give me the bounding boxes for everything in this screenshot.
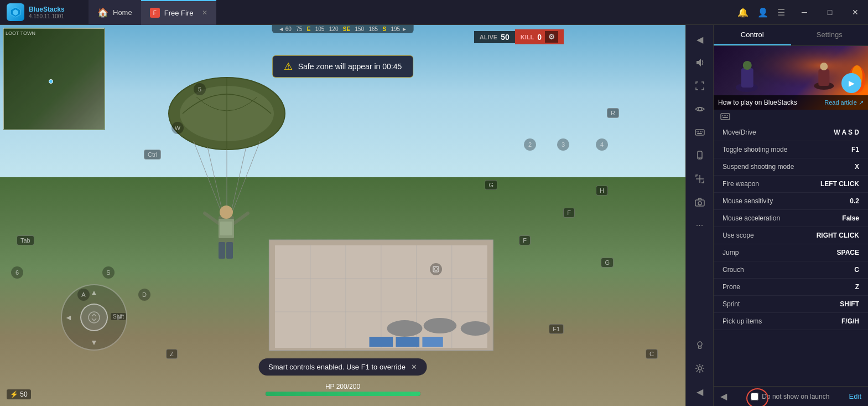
gear-icon[interactable] <box>690 358 710 378</box>
game-viewport[interactable]: LOOT TOWN ◄ 60 75 E 105 120 SE 150 165 S… <box>0 25 685 406</box>
svg-rect-14 <box>370 337 393 347</box>
joystick-inner <box>80 304 108 331</box>
menu-icon[interactable]: ☰ <box>777 7 785 18</box>
smart-controls-close[interactable]: ✕ <box>411 363 417 371</box>
video-play-button[interactable]: ▶ <box>841 73 861 93</box>
fullscreen-icon[interactable] <box>690 76 710 96</box>
alive-box: ALIVE 50 <box>474 31 515 43</box>
svg-marker-35 <box>697 59 701 66</box>
svg-rect-59 <box>721 114 730 120</box>
shortcut-key: Z <box>855 283 859 291</box>
tab-home-label: Home <box>113 8 132 17</box>
shortcut-key: F/G/H <box>841 317 859 325</box>
titlebar-icons: 🔔 👤 ☰ <box>731 7 792 18</box>
shortcut-row: Mouse accelerationFalse <box>714 210 868 227</box>
back-panel-icon[interactable]: ◀ <box>720 391 727 402</box>
account-icon[interactable]: 👤 <box>757 7 768 18</box>
alive-kill-display: ALIVE 50 KILL 0 ⚙ <box>474 29 564 44</box>
shortcut-row: Move/DriveW A S D <box>714 124 868 141</box>
shortcut-key: RIGHT CLICK <box>817 232 859 239</box>
shortcut-row: Mouse sensitivity0.2 <box>714 193 868 210</box>
screen-num-d: D <box>138 289 150 301</box>
shortcut-key: W A S D <box>834 129 859 136</box>
svg-line-28 <box>205 213 219 223</box>
hud-settings-icon[interactable]: ⚙ <box>545 31 558 43</box>
shortcut-name: Mouse acceleration <box>723 214 780 222</box>
warning-icon: ⚠ <box>284 60 293 73</box>
screen-num-6: 6 <box>11 266 23 279</box>
hp-bar-fill <box>266 392 420 396</box>
svg-point-56 <box>820 63 828 70</box>
shortcut-key: 0.2 <box>850 197 859 205</box>
camera-icon[interactable] <box>690 192 710 212</box>
dpad-up-icon: ▲ <box>90 288 98 297</box>
panel-tabs: Control Settings <box>714 25 868 46</box>
dpad-down-icon: ▼ <box>90 338 98 347</box>
shortcut-row: Suspend shooting modeX <box>714 158 868 176</box>
svg-point-47 <box>698 202 701 205</box>
more-options-icon[interactable]: ··· <box>690 215 710 235</box>
key-hint-h: H <box>596 186 608 196</box>
app-version: 4.150.11.1001 <box>29 13 65 19</box>
svg-rect-37 <box>695 130 704 135</box>
svg-point-53 <box>743 61 752 70</box>
svg-point-12 <box>424 318 457 333</box>
tab-settings[interactable]: Settings <box>791 25 869 45</box>
level-icon: ⚡ <box>10 390 18 398</box>
svg-point-45 <box>699 158 700 159</box>
resize-icon[interactable] <box>690 169 710 189</box>
shortcut-row: Pick up itemsF/G/H <box>714 313 868 330</box>
screen-num-4: 4 <box>596 138 608 151</box>
do-not-show-checkbox[interactable] <box>751 393 758 400</box>
key-hint-g2: G <box>601 258 614 268</box>
key-hint-c: C <box>646 349 658 359</box>
notification-icon[interactable]: 🔔 <box>737 7 749 18</box>
svg-point-36 <box>698 107 701 111</box>
bulb-icon[interactable] <box>690 335 710 355</box>
volume-icon[interactable] <box>690 53 710 73</box>
back-arrow-icon[interactable]: ◀ <box>690 382 710 402</box>
shortcut-key: SHIFT <box>840 300 859 308</box>
main-area: LOOT TOWN ◄ 60 75 E 105 120 SE 150 165 S… <box>0 25 868 406</box>
key-hint-z: Z <box>166 349 178 359</box>
level-value: 50 <box>20 390 27 398</box>
screen-num-s: S <box>102 266 115 279</box>
edit-button[interactable]: Edit <box>849 392 861 400</box>
key-hint-f1: F1 <box>549 324 564 334</box>
level-indicator: ⚡ 50 <box>7 389 31 399</box>
shortcut-name: Use scope <box>723 232 754 239</box>
svg-rect-43 <box>698 151 702 159</box>
svg-rect-31 <box>220 222 232 235</box>
svg-point-48 <box>698 342 702 346</box>
video-title-text: How to play on BlueStacks <box>718 99 797 106</box>
shortcut-key: False <box>842 214 859 222</box>
do-not-show-area: Do not show on launch <box>751 393 829 400</box>
phone-icon[interactable] <box>690 146 710 166</box>
smart-controls-banner: Smart controls enabled. Use F1 to overri… <box>258 358 427 376</box>
video-thumbnail[interactable]: ▶ How to play on BlueStacks Read article… <box>714 46 868 110</box>
svg-rect-55 <box>818 69 829 86</box>
shortcut-key: SPACE <box>837 249 859 256</box>
shortcuts-list: Move/DriveW A S DToggle shooting modeF1S… <box>714 124 868 386</box>
keyboard-shortcuts-icon <box>720 112 730 122</box>
close-button[interactable]: ✕ <box>843 0 868 25</box>
shortcut-key: LEFT CLICK <box>820 180 859 188</box>
hud-top: ◄ 60 75 E 105 120 SE 150 165 S 195 ► <box>0 25 685 48</box>
screen-num-a: A <box>77 289 90 301</box>
screen-num-3: 3 <box>557 138 569 151</box>
tab-home[interactable]: 🏠 Home <box>89 0 141 25</box>
collapse-panel-icon[interactable]: ◀ <box>690 29 710 49</box>
screen-icon-right <box>430 263 442 275</box>
eye-icon[interactable] <box>690 99 710 119</box>
tab-control[interactable]: Control <box>714 25 791 45</box>
read-article-link[interactable]: Read article ↗ <box>824 99 864 106</box>
keyboard-icon[interactable] <box>690 122 710 142</box>
maximize-button[interactable]: □ <box>817 0 843 25</box>
screen-num-w: W <box>171 122 184 134</box>
right-panel: Control Settings <box>713 25 868 406</box>
tab-game[interactable]: F Free Fire ✕ <box>141 0 217 25</box>
minimize-button[interactable]: ─ <box>792 0 817 25</box>
tab-game-label: Free Fire <box>164 9 194 17</box>
svg-point-11 <box>387 320 423 337</box>
tab-close-button[interactable]: ✕ <box>202 9 207 17</box>
